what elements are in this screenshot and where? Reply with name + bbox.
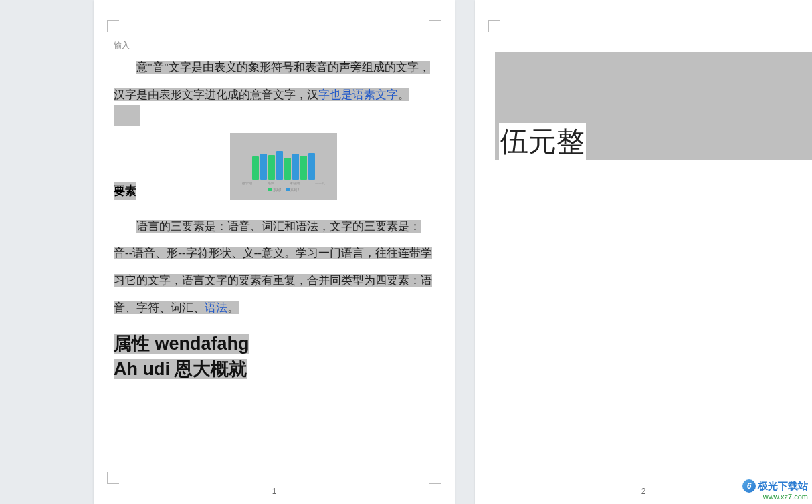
legend-label: 系列1 (273, 188, 282, 192)
bar (260, 154, 267, 179)
pages-container: 输入 意"音"文字是由表义的象形符号和表音的声旁组成的文字，汉字是由表形文字进化… (0, 0, 812, 504)
heading-block[interactable]: 属性 wendafahg Ah udi 恩大概就 (114, 332, 435, 382)
chart-legend: 系列1 系列2 (230, 188, 337, 192)
page-number: 2 (475, 487, 812, 496)
document-page-2[interactable]: 伍元整 2 (475, 0, 812, 504)
bar (308, 153, 315, 180)
chart-bars (230, 133, 337, 180)
heading-line-2[interactable]: Ah udi 恩大概就 (114, 359, 247, 379)
bar (276, 151, 283, 179)
page2-text[interactable]: 伍元整 (499, 123, 586, 160)
para1-hyperlink[interactable]: 字也是语素文字 (318, 88, 398, 101)
paragraph-2[interactable]: 语言的三要素是：语音、词汇和语法，文字的三要素是：音--语音、形--字符形状、义… (114, 213, 435, 322)
legend-label: 系列2 (290, 188, 299, 192)
heading-line-1[interactable]: 属性 wendafahg (114, 334, 249, 354)
bar (300, 156, 307, 180)
para2-tail[interactable]: 。 (227, 301, 239, 314)
section-heading[interactable]: 要素 (114, 182, 136, 200)
chart-x-labels: 整学期 培训 考证期 一一儿 (230, 180, 337, 186)
para1-tail[interactable]: 。 (398, 88, 409, 101)
para2-hyperlink[interactable]: 语法 (205, 301, 227, 314)
page-number: 1 (94, 487, 455, 496)
x-label: 考证期 (290, 181, 300, 185)
legend-swatch-icon (268, 188, 272, 191)
bar (268, 155, 275, 180)
x-label: 培训 (268, 181, 274, 185)
input-placeholder-label[interactable]: 输入 (114, 40, 435, 51)
bar (252, 156, 259, 179)
bar (292, 154, 299, 179)
margin-corner-icon (107, 20, 119, 32)
bar (284, 158, 291, 180)
page1-content[interactable]: 输入 意"音"文字是由表义的象形符号和表音的声旁组成的文字，汉字是由表形文字进化… (114, 40, 435, 477)
section-row: 要素 整学期 培训 考证期 (114, 133, 435, 200)
legend-swatch-icon (286, 188, 290, 191)
x-label: 一一儿 (315, 181, 325, 185)
margin-corner-icon (488, 20, 500, 32)
embedded-chart[interactable]: 整学期 培训 考证期 一一儿 系列1 系列2 (230, 133, 337, 200)
paragraph-1[interactable]: 意"音"文字是由表义的象形符号和表音的声旁组成的文字，汉字是由表形文字进化成的意… (114, 54, 435, 109)
margin-corner-icon (429, 20, 441, 32)
x-label: 整学期 (242, 181, 252, 185)
para2-text[interactable]: 语言的三要素是：语音、词汇和语法，文字的三要素是：音--语音、形--字符形状、义… (114, 220, 432, 314)
document-page-1[interactable]: 输入 意"音"文字是由表义的象形符号和表音的声旁组成的文字，汉字是由表形文字进化… (94, 0, 455, 504)
